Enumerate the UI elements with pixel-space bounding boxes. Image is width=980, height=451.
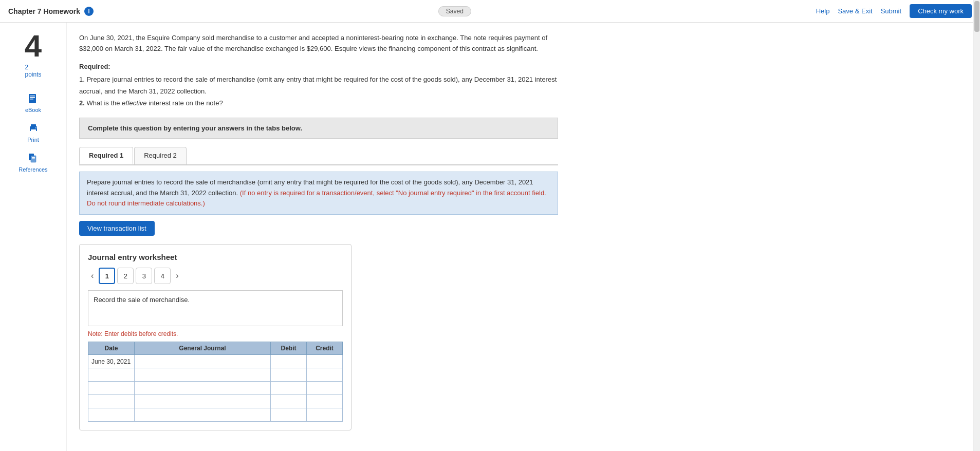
journal-input-1[interactable] (138, 358, 267, 365)
debit-cell-2[interactable] (271, 368, 307, 382)
help-link[interactable]: Help (816, 7, 830, 15)
ebook-icon (26, 91, 40, 106)
top-bar-right: Help Save & Exit Submit Check my work (816, 4, 972, 18)
date-cell-2 (88, 368, 135, 382)
header-credit: Credit (307, 342, 343, 355)
svg-rect-3 (30, 99, 33, 100)
sidebar-ebook-button[interactable]: eBook (21, 88, 45, 116)
page-3-button[interactable]: 3 (136, 268, 152, 284)
credit-input-5[interactable] (310, 411, 339, 419)
credit-cell-4[interactable] (307, 395, 343, 408)
prev-page-button[interactable]: ‹ (88, 269, 97, 283)
debit-input-4[interactable] (274, 398, 303, 405)
header-general-journal: General Journal (135, 342, 271, 355)
page-1-button[interactable]: 1 (99, 268, 115, 284)
table-row (88, 408, 343, 422)
date-cell-3 (88, 382, 135, 395)
journal-cell-2[interactable] (135, 368, 271, 382)
references-label: References (19, 166, 47, 173)
main-layout: 4 2 points eBook (0, 23, 980, 451)
view-transaction-list-button[interactable]: View transaction list (79, 221, 155, 236)
svg-rect-5 (31, 124, 36, 127)
print-icon (26, 121, 41, 136)
svg-rect-11 (32, 159, 35, 159)
journal-cell-1[interactable] (135, 355, 271, 368)
sidebar: 4 2 points eBook (0, 23, 67, 451)
svg-point-7 (35, 127, 36, 128)
check-my-work-button[interactable]: Check my work (910, 4, 972, 18)
ebook-label: eBook (25, 107, 41, 113)
tab-required-2[interactable]: Required 2 (134, 147, 187, 164)
required-list: 1. Prepare journal entries to record the… (79, 73, 558, 109)
info-icon[interactable]: i (84, 7, 94, 16)
debit-input-2[interactable] (274, 371, 303, 379)
journal-cell-4[interactable] (135, 395, 271, 408)
question-number: 4 (25, 31, 42, 62)
debit-input-5[interactable] (274, 411, 303, 419)
credit-input-4[interactable] (310, 398, 339, 405)
worksheet-pagination: ‹ 1 2 3 4 › (88, 268, 343, 284)
journal-cell-5[interactable] (135, 408, 271, 422)
transaction-note: Record the sale of merchandise. (88, 290, 343, 326)
references-icon (26, 151, 40, 165)
content-area: On June 30, 2021, the Esquire Company so… (67, 23, 570, 451)
sidebar-references-button[interactable]: References (14, 148, 51, 176)
debit-input-3[interactable] (274, 385, 303, 392)
debit-cell-1[interactable] (271, 355, 307, 368)
instruction-box: Complete this question by entering your … (79, 118, 558, 139)
scrollbar[interactable] (973, 0, 980, 451)
points-label: 2 points (25, 64, 41, 78)
journal-input-4[interactable] (138, 398, 267, 405)
worksheet-title: Journal entry worksheet (88, 253, 343, 261)
journal-input-2[interactable] (138, 371, 267, 379)
print-label: Print (27, 137, 39, 143)
date-cell-4 (88, 395, 135, 408)
credit-cell-1[interactable] (307, 355, 343, 368)
table-row (88, 382, 343, 395)
journal-input-5[interactable] (138, 411, 267, 419)
journal-input-3[interactable] (138, 385, 267, 392)
credit-input-3[interactable] (310, 385, 339, 392)
svg-rect-1 (30, 96, 35, 97)
svg-rect-10 (32, 157, 35, 158)
credit-input-2[interactable] (310, 371, 339, 379)
saved-badge: Saved (438, 6, 471, 16)
page-4-button[interactable]: 4 (154, 268, 171, 284)
debit-cell-4[interactable] (271, 395, 307, 408)
debit-cell-5[interactable] (271, 408, 307, 422)
header-debit: Debit (271, 342, 307, 355)
credit-cell-3[interactable] (307, 382, 343, 395)
table-row (88, 368, 343, 382)
credit-input-1[interactable] (310, 358, 339, 365)
debit-input-1[interactable] (274, 358, 303, 365)
problem-text: On June 30, 2021, the Esquire Company so… (79, 33, 558, 54)
page-title: Chapter 7 Homework (8, 7, 80, 15)
journal-table: Date General Journal Debit Credit June 3… (88, 342, 343, 422)
date-cell-1: June 30, 2021 (88, 355, 135, 368)
next-page-button[interactable]: › (173, 269, 181, 283)
page-2-button[interactable]: 2 (117, 268, 134, 284)
debit-cell-3[interactable] (271, 382, 307, 395)
table-row (88, 395, 343, 408)
tabs-container: Required 1 Required 2 (79, 147, 558, 165)
sidebar-print-button[interactable]: Print (22, 118, 45, 146)
table-row: June 30, 2021 (88, 355, 343, 368)
svg-rect-6 (31, 129, 36, 132)
header-date: Date (88, 342, 135, 355)
journal-cell-3[interactable] (135, 382, 271, 395)
info-panel: Prepare journal entries to record the sa… (79, 172, 558, 215)
save-exit-link[interactable]: Save & Exit (838, 7, 872, 15)
required-item-1: 1. Prepare journal entries to record the… (79, 73, 558, 98)
credit-cell-5[interactable] (307, 408, 343, 422)
top-bar-left: Chapter 7 Homework i (8, 7, 94, 16)
svg-rect-2 (30, 97, 35, 98)
credit-cell-2[interactable] (307, 368, 343, 382)
required-label: Required: (79, 63, 558, 70)
scrollbar-thumb (974, 1, 979, 32)
submit-link[interactable]: Submit (881, 7, 901, 15)
journal-entry-worksheet: Journal entry worksheet ‹ 1 2 3 4 › (79, 244, 352, 430)
required-item-2: 2. What is the effective interest rate o… (79, 97, 558, 109)
note-instructions: Note: Enter debits before credits. (88, 330, 343, 337)
date-cell-5 (88, 408, 135, 422)
tab-required-1[interactable]: Required 1 (79, 147, 133, 164)
